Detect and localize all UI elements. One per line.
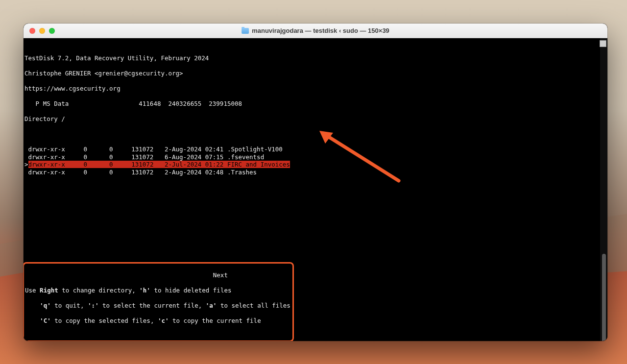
- window-scrollbar-thumb[interactable]: [602, 254, 606, 341]
- close-icon[interactable]: [29, 28, 35, 34]
- window-title: manuvirajgodara — testdisk ‹ sudo — 150×…: [241, 27, 389, 34]
- file-row-selected[interactable]: >drwxr-xr-x 0 0 131072 2-Jul-2024 01:22 …: [24, 161, 290, 169]
- folder-icon: [241, 28, 249, 34]
- minimize-icon[interactable]: [39, 28, 45, 34]
- help-box-annotation: Next Use Right to change directory, 'h' …: [24, 262, 294, 341]
- terminal-content[interactable]: TestDisk 7.2, Data Recovery Utility, Feb…: [24, 38, 607, 341]
- help-line: 'C' to copy the selected files, 'c' to c…: [25, 317, 290, 325]
- partition-line: P MS Data 411648 240326655 239915008: [24, 100, 607, 108]
- window-scrollbar-track[interactable]: [600, 38, 607, 341]
- file-row[interactable]: drwxr-xr-x 0 0 131072 6-Aug-2024 07:15 .…: [24, 153, 607, 161]
- titlebar[interactable]: manuvirajgodara — testdisk ‹ sudo — 150×…: [24, 24, 607, 38]
- next-label: Next: [25, 271, 290, 279]
- file-row[interactable]: drwxr-xr-x 0 0 131072 2-Aug-2024 02:48 .…: [24, 169, 607, 176]
- blank-line: [24, 130, 607, 138]
- directory-line: Directory /: [24, 115, 607, 123]
- window-title-text: manuvirajgodara — testdisk ‹ sudo — 150×…: [252, 27, 389, 34]
- header-line: Christophe GRENIER <grenier@cgsecurity.o…: [24, 70, 607, 77]
- file-row[interactable]: drwxr-xr-x 0 0 131072 2-Aug-2024 02:41 .…: [24, 146, 607, 153]
- help-line: 'q' to quit, ':' to select the current f…: [25, 302, 290, 310]
- header-line: TestDisk 7.2, Data Recovery Utility, Feb…: [24, 54, 607, 62]
- header-line: https://www.cgsecurity.org: [24, 85, 607, 93]
- traffic-lights: [29, 28, 55, 34]
- terminal-window: manuvirajgodara — testdisk ‹ sudo — 150×…: [24, 24, 607, 341]
- help-line: Use Right to change directory, 'h' to hi…: [25, 287, 290, 294]
- fullscreen-icon[interactable]: [49, 28, 55, 34]
